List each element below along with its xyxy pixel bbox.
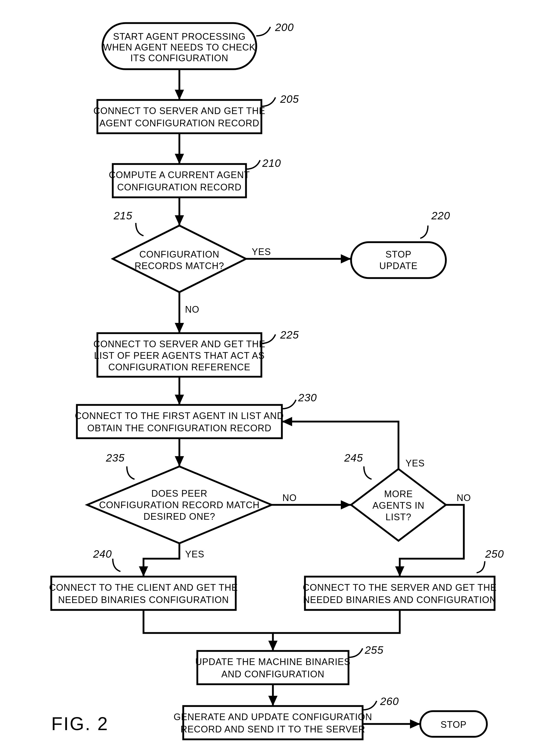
edge-215-225-no: NO: [175, 292, 200, 333]
node-200-start: START AGENT PROCESSING WHEN AGENT NEEDS …: [102, 23, 256, 69]
node-235-decision: DOES PEER CONFIGURATION RECORD MATCH DES…: [87, 467, 272, 543]
node-260-line2: RECORD AND SEND IT TO THE SERVER: [181, 724, 365, 735]
node-215-decision: CONFIGURATION RECORDS MATCH?: [113, 226, 246, 292]
node-230-line2: OBTAIN THE CONFIGURATION RECORD: [87, 423, 271, 433]
node-220-line1: STOP: [386, 249, 411, 259]
edge-215-220-yes: YES: [246, 247, 351, 263]
flowchart: START AGENT PROCESSING WHEN AGENT NEEDS …: [0, 0, 533, 756]
node-260-process: GENERATE AND UPDATE CONFIGURATION RECORD…: [173, 706, 372, 739]
node-245-decision: MORE AGENTS IN LIST?: [351, 469, 446, 541]
node-205-process: CONNECT TO SERVER AND GET THE AGENT CONF…: [93, 100, 265, 133]
label-225: 225: [280, 329, 299, 341]
node-stop-line1: STOP: [440, 719, 466, 730]
edge-235-yes-label: YES: [185, 549, 204, 559]
svg-rect-4: [351, 242, 446, 278]
node-205-line2: AGENT CONFIGURATION RECORD: [99, 118, 259, 128]
svg-marker-37: [410, 719, 420, 729]
label-200: 200: [275, 21, 294, 33]
node-245-line1: MORE: [384, 489, 413, 499]
node-250-process: CONNECT TO THE SERVER AND GET THE NEEDED…: [303, 577, 497, 610]
edge-210-215: [175, 197, 184, 226]
node-245-line2: AGENTS IN: [372, 500, 424, 511]
svg-marker-17: [175, 154, 184, 164]
svg-marker-23: [175, 323, 184, 333]
node-260-line1: GENERATE AND UPDATE CONFIGURATION: [173, 712, 372, 722]
figure-label: FIG. 2: [51, 714, 109, 734]
svg-marker-29: [341, 500, 351, 509]
node-215-line1: CONFIGURATION: [139, 249, 219, 259]
svg-marker-30: [139, 566, 148, 577]
node-240-line2: NEEDED BINARIES CONFIGURATION: [58, 595, 229, 605]
node-240-process: CONNECT TO THE CLIENT AND GET THE NEEDED…: [49, 577, 238, 610]
label-255: 255: [364, 644, 383, 656]
label-230: 230: [298, 392, 317, 404]
edge-215-yes-label: YES: [252, 247, 271, 257]
label-260: 260: [380, 695, 399, 707]
edge-250-255: [273, 610, 400, 633]
node-225-line1: CONNECT TO SERVER AND GET THE: [93, 339, 265, 349]
label-205: 205: [280, 93, 299, 105]
edge-225-230: [175, 377, 184, 405]
edge-240-255: [144, 610, 278, 651]
svg-marker-19: [175, 215, 184, 226]
node-235-line1: DOES PEER: [151, 488, 207, 499]
node-250-line2: NEEDED BINARIES AND CONFIGURATION: [303, 595, 496, 605]
node-210-line2: CONFIGURATION RECORD: [117, 182, 241, 193]
node-235-line3: DESIRED ONE?: [144, 511, 215, 522]
node-255-line1: UPDATE THE MACHINE BINARIES: [195, 657, 351, 667]
node-225-process: CONNECT TO SERVER AND GET THE LIST OF PE…: [93, 333, 265, 377]
node-230-line1: CONNECT TO THE FIRST AGENT IN LIST AND: [75, 411, 284, 421]
node-225-line3: CONFIGURATION REFERENCE: [108, 362, 250, 372]
svg-marker-21: [341, 254, 351, 263]
edge-200-205: [175, 69, 184, 100]
node-stop: STOP: [420, 711, 487, 737]
edge-255-260: [268, 684, 278, 706]
label-240: 240: [93, 548, 112, 560]
edge-230-235: [175, 438, 184, 467]
label-245: 245: [344, 452, 363, 464]
node-255-line2: AND CONFIGURATION: [222, 669, 324, 679]
node-250-line1: CONNECT TO THE SERVER AND GET THE: [303, 582, 497, 593]
label-235: 235: [106, 452, 124, 464]
svg-marker-35: [268, 696, 278, 706]
svg-marker-27: [175, 456, 184, 467]
node-200-line1: START AGENT PROCESSING: [113, 31, 246, 42]
svg-marker-25: [175, 395, 184, 405]
node-210-line1: COMPUTE A CURRENT AGENT: [109, 170, 250, 180]
label-250: 250: [485, 548, 504, 560]
node-200-line2: WHEN AGENT NEEDS TO CHECK: [103, 42, 255, 53]
label-210: 210: [262, 157, 281, 169]
edge-235-240-yes: YES: [139, 543, 204, 577]
label-215: 215: [113, 210, 132, 222]
edge-235-245-no: NO: [272, 493, 351, 509]
node-220-stop-update: STOP UPDATE: [351, 242, 446, 278]
node-220-line2: UPDATE: [379, 261, 417, 271]
node-245-line3: LIST?: [386, 512, 411, 522]
svg-marker-33: [268, 641, 278, 651]
node-235-line2: CONFIGURATION RECORD MATCH: [99, 500, 260, 510]
svg-marker-15: [175, 90, 184, 100]
edge-245-no-label: NO: [457, 493, 471, 503]
edge-205-210: [175, 133, 184, 164]
edge-245-yes-label: YES: [405, 458, 425, 469]
node-205-line1: CONNECT TO SERVER AND GET THE: [93, 106, 265, 116]
node-225-line2: LIST OF PEER AGENTS THAT ACT AS: [94, 350, 265, 361]
node-240-line1: CONNECT TO THE CLIENT AND GET THE: [49, 582, 238, 593]
node-255-process: UPDATE THE MACHINE BINARIES AND CONFIGUR…: [195, 651, 351, 684]
edge-235-no-label: NO: [282, 493, 297, 503]
node-215-line2: RECORDS MATCH?: [135, 261, 224, 271]
node-200-line3: ITS CONFIGURATION: [130, 53, 228, 63]
node-230-process: CONNECT TO THE FIRST AGENT IN LIST AND O…: [75, 405, 284, 438]
svg-marker-32: [395, 566, 404, 577]
label-220: 220: [431, 210, 450, 222]
node-210-process: COMPUTE A CURRENT AGENT CONFIGURATION RE…: [109, 164, 250, 197]
edge-215-no-label: NO: [185, 304, 200, 315]
